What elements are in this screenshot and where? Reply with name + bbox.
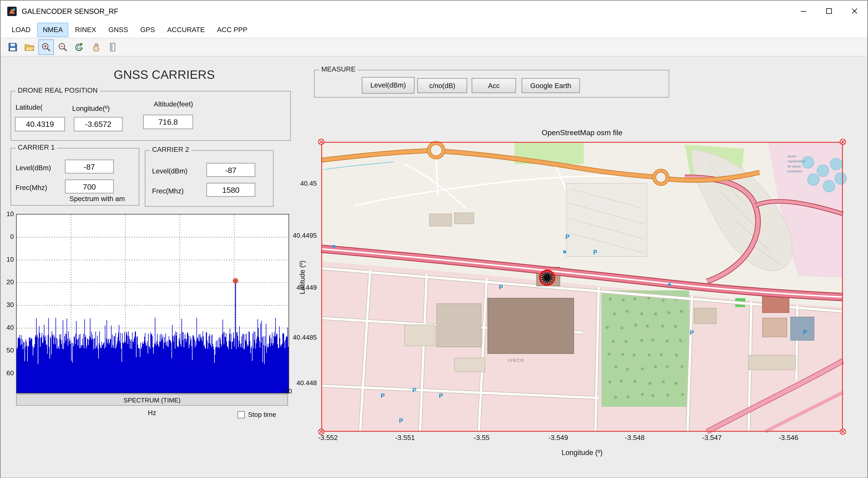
page-title: GNSS CARRIERS xyxy=(1,68,328,82)
map-xtick: -3.548 xyxy=(615,434,654,442)
cno-db-button[interactable]: c/no(dB) xyxy=(417,78,467,93)
svg-text:P: P xyxy=(499,284,503,291)
map-xtick: -3.549 xyxy=(539,434,578,442)
app-icon xyxy=(7,6,17,16)
level-dbm-button[interactable]: Level(dBm) xyxy=(362,77,414,94)
drone-marker[interactable] xyxy=(540,270,554,285)
carrier2-group: CARRIER 2 Level(dBm) -87 Frec(Mhz) 1580 xyxy=(145,150,274,207)
measure-group-title: MEASURE xyxy=(319,65,358,73)
svg-text:P: P xyxy=(399,417,403,424)
menu-item-nmea[interactable]: NMEA xyxy=(37,22,68,37)
spectrum-ytick: 10 xyxy=(2,210,14,218)
menu-item-accurate[interactable]: ACCURATE xyxy=(161,22,210,37)
altitude-label: Altitude(feet) xyxy=(154,100,193,108)
iveco-building-label: IVECO xyxy=(508,358,524,363)
pan-hand-icon[interactable] xyxy=(88,39,104,55)
carrier2-title: CARRIER 2 xyxy=(150,146,191,153)
spectrum-ytick: 0 xyxy=(2,233,14,240)
spectrum-ytick: 20 xyxy=(2,278,14,286)
altitude-field[interactable]: 716.8 xyxy=(143,115,193,129)
spectrum-ytick: 50 xyxy=(2,346,14,354)
osm-map[interactable]: IVECO xyxy=(321,142,843,432)
map-xtick: -3.552 xyxy=(309,434,347,442)
map-ytick: 40.45 xyxy=(287,179,317,187)
parking-area xyxy=(566,183,647,257)
drone-position-group: DRONE REAL POSITION Latitude( Longitude(… xyxy=(10,91,291,141)
titlebar: GALENCODER SENSOR_RF xyxy=(1,1,867,22)
longitude-label: Longitude(º) xyxy=(72,105,110,112)
spectrum-ytick: 60 xyxy=(2,369,14,377)
close-icon[interactable] xyxy=(842,1,867,22)
svg-text:P: P xyxy=(803,329,807,336)
save-icon[interactable] xyxy=(5,39,21,55)
map-ytick: 40.449 xyxy=(287,284,317,292)
map-ytick: 40.4485 xyxy=(287,334,317,341)
svg-text:P: P xyxy=(439,392,443,399)
svg-text:P: P xyxy=(381,392,385,399)
window-title: GALENCODER SENSOR_RF xyxy=(22,7,118,15)
map-title: OpenStreetMap osm file xyxy=(321,129,843,137)
main-content: GNSS CARRIERS MEASURE Level(dBm) c/no(dB… xyxy=(1,57,867,478)
spectrum-time-button[interactable]: SPECTRUM (TIME) xyxy=(16,394,288,406)
zoom-out-icon[interactable] xyxy=(55,39,70,55)
carrier1-level-field[interactable]: -87 xyxy=(65,160,114,173)
longitude-field[interactable]: -3.6572 xyxy=(74,117,122,131)
maximize-icon[interactable] xyxy=(816,1,842,22)
menu-item-gnss[interactable]: GNSS xyxy=(103,22,133,37)
latitude-label: Latitude( xyxy=(16,104,42,111)
toolbar xyxy=(1,38,867,57)
acc-button[interactable]: Acc xyxy=(472,78,516,93)
carrier2-freq-field[interactable]: 1580 xyxy=(207,183,255,197)
google-earth-button[interactable]: Google Earth xyxy=(522,78,580,93)
menu-item-acc-ppp[interactable]: ACC PPP xyxy=(212,22,253,37)
spectrum-noise-series xyxy=(17,318,288,393)
carrier1-title: CARRIER 1 xyxy=(16,143,57,151)
carrier1-freq-field[interactable]: 700 xyxy=(65,179,114,193)
stop-time-checkbox[interactable] xyxy=(238,411,245,418)
svg-text:P: P xyxy=(565,233,569,240)
menu-item-gps[interactable]: GPS xyxy=(135,22,160,37)
map-ytick: 40.448 xyxy=(287,379,317,387)
menu-item-load[interactable]: LOAD xyxy=(6,22,36,37)
carrier1-freq-label: Frec(Mhz) xyxy=(16,184,47,192)
stop-time-label: Stop time xyxy=(248,411,276,418)
open-folder-icon[interactable] xyxy=(22,39,37,55)
carrier2-level-label: Level(dBm) xyxy=(152,167,187,175)
map-xtick: -3.551 xyxy=(385,434,425,442)
svg-text:P: P xyxy=(593,249,597,256)
menubar: LOAD NMEA RINEX GNSS GPS ACCURATE ACC PP… xyxy=(1,22,867,38)
colorbar-icon[interactable] xyxy=(105,39,120,55)
map-xlabel: Longitude (º) xyxy=(321,448,843,456)
map-xtick: -3.546 xyxy=(769,434,808,442)
carrier2-level-field[interactable]: -87 xyxy=(207,163,255,177)
spectrum-caption: Spectrum with am xyxy=(69,195,125,203)
spectrum-plot[interactable] xyxy=(16,214,289,394)
spectrum-ytick: 10 xyxy=(2,255,14,263)
zoom-in-icon[interactable] xyxy=(38,39,54,55)
drone-position-title: DRONE REAL POSITION xyxy=(16,87,100,94)
minimize-icon[interactable] xyxy=(791,1,816,22)
carrier2-freq-label: Frec(Mhz) xyxy=(152,187,184,195)
svg-text:P: P xyxy=(412,387,416,394)
spectrum-ytick: 30 xyxy=(2,301,14,309)
spectrum-xlabel: Hz xyxy=(16,409,288,417)
spectrum-ytick: 40 xyxy=(2,323,14,331)
carrier1-level-label: Level(dBm) xyxy=(16,164,51,172)
latitude-field[interactable]: 40.4319 xyxy=(15,117,65,131)
menu-item-rinex[interactable]: RINEX xyxy=(69,22,102,37)
svg-text:P: P xyxy=(690,329,694,336)
rotate-3d-icon[interactable] xyxy=(71,39,87,55)
window-controls xyxy=(791,1,867,22)
map-xtick: -3.55 xyxy=(462,434,501,442)
app-window: GALENCODER SENSOR_RF LOAD NMEA RINEX GNS… xyxy=(0,0,868,478)
measure-group: MEASURE Level(dBm) c/no(dB) Acc Google E… xyxy=(314,70,669,98)
map-ytick: 40.4495 xyxy=(287,232,317,239)
map-xtick: -3.547 xyxy=(692,434,731,442)
screenshot-stage: GALENCODER SENSOR_RF LOAD NMEA RINEX GNS… xyxy=(0,0,868,478)
